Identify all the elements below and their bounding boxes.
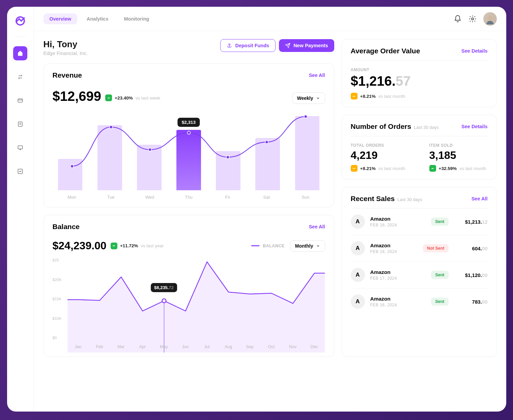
sale-name: Amazon [370,269,397,275]
page-header: Hi, Tony Edge Financial, Inc. Deposit Fu… [44,39,334,56]
orders-title: Number of OrdersLast 30 days [351,122,439,131]
revenue-value: $12,699 [53,89,102,104]
sale-name: Amazon [370,216,397,222]
items-sold-label: ITEM SOLD [429,143,488,148]
sale-row[interactable]: A Amazon FEB 16, 2024 Sent 783.00 [351,288,488,315]
aov-delta: +8.21% [360,94,376,99]
sale-date: FEB 17, 2024 [370,276,397,281]
total-orders-label: TOTAL ORDERS [351,143,409,148]
sale-amount: 783.00 [454,299,488,305]
balance-period-select[interactable]: Monthly [290,240,325,252]
avatar[interactable] [483,12,497,26]
sale-amount: 604.00 [454,246,488,251]
nav-analytics[interactable] [13,164,27,178]
svg-point-16 [162,299,166,303]
sale-row[interactable]: A Amazon FEB 17, 2024 Sent $1,120.00 [351,262,488,288]
aov-title: Average Order Value [351,47,420,55]
notifications-icon[interactable] [454,15,462,23]
trend-up-icon [111,243,117,249]
sale-name: Amazon [370,296,397,302]
revenue-card: Revenue See All $12,699 +23.40% vs last … [44,63,334,207]
revenue-tooltip: $2,313 [178,118,200,127]
items-sold-delta: +32.59% [439,166,457,171]
svg-point-7 [229,44,230,45]
nav-presentations[interactable] [13,141,27,155]
revenue-delta: +23.40% [115,95,133,101]
svg-rect-3 [18,146,22,149]
total-orders-delta: +8.21% [360,166,376,171]
trend-warning-icon [351,93,358,100]
sidebar [7,7,34,412]
chevron-down-icon [316,244,320,248]
recent-sales-see-all[interactable]: See All [472,196,488,201]
balance-legend: BALANCE [251,244,285,248]
topbar: Overview Analytics Monitoring [34,7,506,31]
balance-tooltip: $8,235.72 [151,283,177,292]
nav-transfers[interactable] [13,70,27,84]
nav-divider [15,36,26,37]
recent-sales-card: Recent SalesLast 30 days See All A Amazo… [342,187,497,357]
balance-delta: +11.72% [120,243,138,248]
deposit-funds-button[interactable]: Deposit Funds [220,39,276,52]
sale-status: Sent [431,271,448,279]
sale-status: Sent [431,218,448,226]
revenue-chart: $2,313 MonTueWedThuFriSatSun [53,112,325,200]
total-orders-value: 4,219 [351,149,409,162]
trend-up-icon [105,94,112,101]
sale-avatar: A [351,241,365,255]
items-sold-value: 3,185 [429,149,488,162]
svg-point-5 [472,18,474,20]
sale-date: FEB 18, 2024 [370,223,397,227]
sale-avatar: A [351,295,365,309]
orders-see-details[interactable]: See Details [461,124,487,129]
aov-delta-sub: vs last month [378,94,405,99]
sale-row[interactable]: A Amazon FEB 18, 2024 Sent $1,213.12 [351,208,488,235]
trend-warning-icon [351,165,358,172]
tab-analytics[interactable]: Analytics [81,13,114,24]
tabs: Overview Analytics Monitoring [44,13,155,24]
svg-point-6 [488,16,492,20]
nav-receipts[interactable] [13,117,27,131]
nav-home[interactable] [13,46,27,60]
greeting-title: Hi, Tony [44,39,88,50]
new-payments-button[interactable]: New Payments [279,39,334,52]
sale-amount: $1,213.12 [454,219,488,225]
revenue-period-select[interactable]: Weekly [292,92,325,104]
svg-rect-2 [18,122,22,126]
sale-date: FEB 16, 2024 [370,303,397,307]
revenue-title: Revenue [53,71,82,79]
recent-sales-title: Recent SalesLast 30 days [351,195,422,203]
sales-list: A Amazon FEB 18, 2024 Sent $1,213.12 A A… [351,208,488,315]
balance-title: Balance [53,223,80,231]
sale-row[interactable]: A Amazon FEB 18, 2024 Not Sent 604.00 [351,235,488,262]
aov-see-details[interactable]: See Details [461,48,487,54]
greeting-subtitle: Edge Financial, Inc. [44,50,88,56]
tab-overview[interactable]: Overview [44,13,78,24]
trend-up-icon [429,165,436,172]
settings-icon[interactable] [468,15,477,23]
sale-amount: $1,120.00 [454,272,488,278]
aov-value: $1,216.57 [351,74,488,89]
aov-card: Average Order Value See Details AMOUNT $… [342,39,497,107]
orders-card: Number of OrdersLast 30 days See Details… [342,115,497,179]
sale-status: Sent [431,298,448,306]
balance-card: Balance See All $24,239.00 +11.72% vs la… [44,215,334,357]
balance-delta-sub: vs last year [141,243,164,248]
logo [14,15,26,27]
svg-rect-1 [18,99,22,102]
sale-name: Amazon [370,243,397,249]
balance-value: $24,239.00 [53,240,107,252]
revenue-see-all[interactable]: See All [309,73,325,78]
chevron-down-icon [316,96,320,100]
aov-label: AMOUNT [351,67,488,72]
sale-status: Not Sent [423,244,448,252]
nav-cards[interactable] [13,93,27,108]
sale-avatar: A [351,268,365,282]
sale-date: FEB 18, 2024 [370,249,397,254]
balance-see-all[interactable]: See All [309,224,325,229]
sale-avatar: A [351,215,365,229]
revenue-delta-sub: vs last week [136,95,161,101]
tab-monitoring[interactable]: Monitoring [118,13,155,24]
balance-chart: $25$20K$15K$10K$0 JanFebMarAprMayJunJulA… [53,258,325,349]
